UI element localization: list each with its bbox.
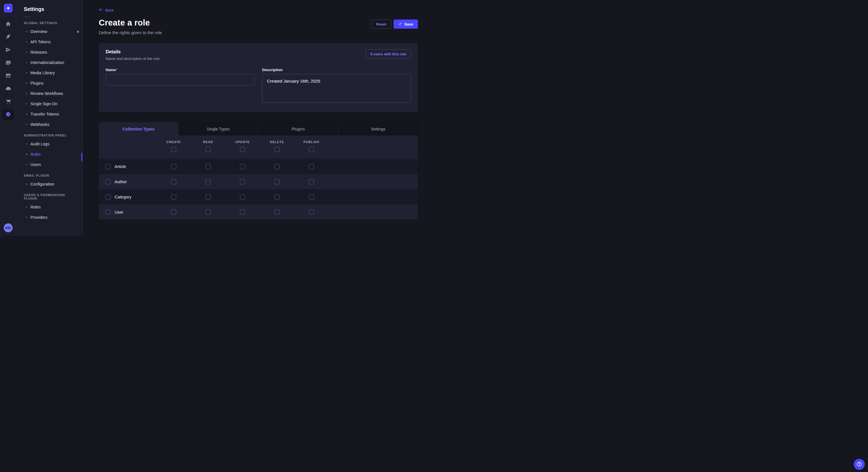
reset-button[interactable]: Reset (371, 20, 391, 29)
nav-item-label: Releases (30, 50, 47, 55)
nav-item-label: Roles (30, 205, 41, 209)
sidebar-item-overview[interactable]: Overview (17, 26, 82, 37)
rail-item-home[interactable] (3, 19, 13, 30)
permission-checkbox[interactable] (206, 210, 211, 215)
permission-checkbox[interactable] (171, 194, 176, 200)
sidebar-item-media-library[interactable]: Media Library (17, 68, 82, 78)
nav-item-label: Audit Logs (30, 142, 50, 146)
tab-settings[interactable]: Settings (338, 122, 418, 136)
sidebar-item-api-tokens[interactable]: API Tokens (17, 37, 82, 47)
select-all-checkbox[interactable] (171, 147, 176, 152)
permission-cell (225, 194, 260, 200)
rail-item-content-manager[interactable] (3, 71, 13, 81)
select-all-checkbox[interactable] (274, 147, 280, 152)
users-with-role-button[interactable]: 0 users with this role (366, 49, 411, 59)
nav-section: USERS & PERMISSIONS PLUGIN Roles Provide… (17, 193, 82, 223)
sidebar-item-webhooks[interactable]: Webhooks (17, 119, 82, 130)
permission-cell (191, 164, 225, 169)
permission-checkbox[interactable] (309, 210, 314, 215)
sidebar-item-audit-logs[interactable]: Audit Logs (17, 139, 82, 149)
sidebar-item-roles[interactable]: Roles (17, 149, 82, 160)
row-select-checkbox[interactable] (105, 194, 111, 200)
permission-checkbox[interactable] (274, 179, 280, 184)
tab-single-types[interactable]: Single Types (179, 122, 258, 136)
permission-checkbox[interactable] (240, 164, 245, 169)
sidebar-item-plugins[interactable]: Plugins (17, 78, 82, 88)
select-all-checkbox[interactable] (240, 147, 245, 152)
permissions-panel: CREATE READ UPDATE DELETE PUBLISH Articl… (99, 136, 418, 220)
permissions-section: Collection TypesSingle TypesPluginsSetti… (99, 122, 418, 220)
sidebar-item-single-sign-on[interactable]: Single Sign-On (17, 99, 82, 109)
nav-item-label: Transfer Tokens (30, 112, 59, 116)
permission-checkbox[interactable] (240, 179, 245, 184)
row-select-checkbox[interactable] (105, 210, 111, 215)
bullet-icon (26, 154, 27, 155)
rail-item-media-library[interactable] (3, 58, 13, 69)
scrollbar-thumb[interactable] (81, 153, 82, 162)
table-row-user: User (99, 204, 418, 220)
sidebar-item-internationalization[interactable]: Internationalization (17, 57, 82, 68)
strapi-logo-icon[interactable] (4, 4, 12, 12)
select-all-checkbox[interactable] (206, 147, 211, 152)
permission-checkbox[interactable] (206, 164, 211, 169)
sidebar-item-releases[interactable]: Releases (17, 47, 82, 57)
rail-item-cart[interactable] (3, 96, 13, 107)
bullet-icon (26, 183, 27, 185)
details-card: Details Name and description of the role… (99, 43, 418, 112)
rail-item-cloud[interactable] (3, 83, 13, 94)
permission-cell (260, 179, 294, 184)
bullet-icon (26, 93, 27, 94)
description-field[interactable]: Created January 16th, 2025 (262, 74, 411, 103)
nav-item-label: Single Sign-On (30, 102, 57, 106)
permission-checkbox[interactable] (274, 194, 280, 200)
permission-cell (260, 210, 294, 215)
permission-checkbox[interactable] (309, 179, 314, 184)
name-field[interactable] (105, 74, 255, 86)
row-select-checkbox[interactable] (105, 179, 111, 184)
tab-collection-types[interactable]: Collection Types (99, 122, 179, 136)
permission-checkbox[interactable] (206, 179, 211, 184)
nav-section-label: EMAIL PLUGIN (24, 174, 75, 177)
paper-plane-icon (5, 47, 11, 54)
subnav-title: Settings (24, 6, 82, 12)
select-all-checkbox[interactable] (309, 147, 314, 152)
icon-rail: KD (0, 0, 17, 236)
sidebar-item-transfer-tokens[interactable]: Transfer Tokens (17, 109, 82, 119)
bullet-icon (26, 164, 27, 165)
table-row-author: Author (99, 174, 418, 189)
rail-item-settings-gear[interactable] (3, 109, 13, 120)
permission-cell (225, 164, 260, 169)
rail-item-paper-plane[interactable] (3, 45, 13, 56)
permission-column-header: CREATE (156, 136, 191, 159)
permission-column-header: PUBLISH (294, 136, 329, 159)
sidebar-item-review-workflows[interactable]: Review Workflows (17, 88, 82, 99)
permission-checkbox[interactable] (171, 164, 176, 169)
bullet-icon (26, 113, 27, 115)
permission-checkbox[interactable] (309, 164, 314, 169)
table-row-category: Category (99, 189, 418, 204)
sidebar-item-providers[interactable]: Providers (17, 212, 82, 223)
permission-checkbox[interactable] (309, 194, 314, 200)
permission-checkbox[interactable] (206, 194, 211, 200)
avatar[interactable]: KD (4, 224, 12, 232)
permission-cell (260, 164, 294, 169)
permission-checkbox[interactable] (171, 179, 176, 184)
permission-checkbox[interactable] (240, 210, 245, 215)
back-link[interactable]: Back (99, 7, 114, 12)
nav-item-label: Webhooks (30, 122, 50, 127)
permission-checkbox[interactable] (171, 210, 176, 215)
nav-item-label: Media Library (30, 71, 55, 75)
tab-plugins[interactable]: Plugins (258, 122, 338, 136)
permission-checkbox[interactable] (240, 194, 245, 200)
permission-checkbox[interactable] (274, 210, 280, 215)
permission-checkbox[interactable] (274, 164, 280, 169)
bullet-icon (26, 124, 27, 125)
sidebar-item-users[interactable]: Users (17, 160, 82, 170)
save-button[interactable]: Save (394, 20, 418, 29)
rail-item-feather[interactable] (3, 32, 13, 43)
bullet-icon (26, 143, 27, 144)
row-select-checkbox[interactable] (105, 164, 111, 169)
sidebar-item-configuration[interactable]: Configuration (17, 179, 82, 189)
bullet-icon (26, 206, 27, 208)
sidebar-item-roles[interactable]: Roles (17, 202, 82, 212)
